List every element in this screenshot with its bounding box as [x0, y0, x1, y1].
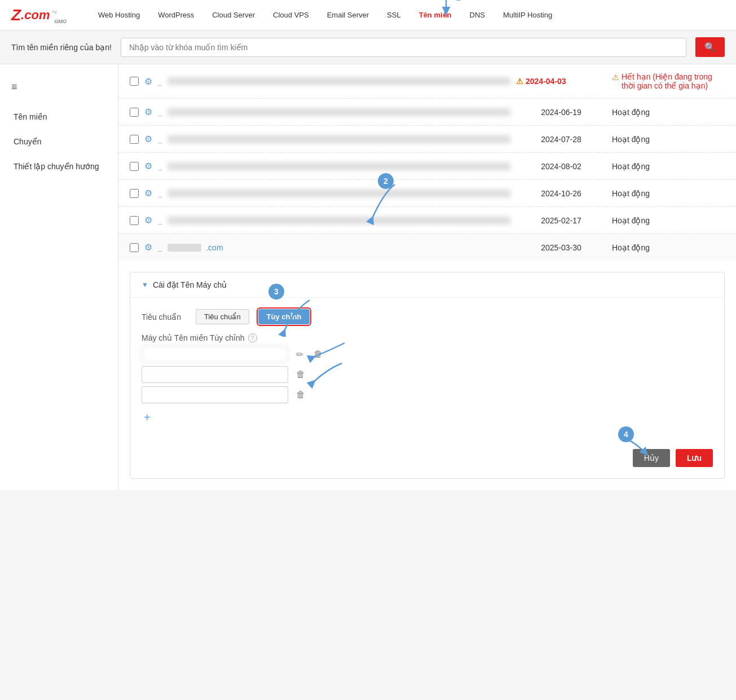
tab-row: Tiêu chuẩn Tiêu chuẩn Tùy chỉnh 3	[142, 309, 713, 324]
delete-icon-1[interactable]: 🗑	[311, 347, 325, 362]
panel-body: Tiêu chuẩn Tiêu chuẩn Tùy chỉnh 3	[130, 298, 724, 438]
domain-status-7: Hoạt động	[612, 243, 725, 252]
cancel-button[interactable]: Hủy	[633, 449, 670, 467]
hamburger-icon[interactable]: ≡	[0, 76, 118, 104]
sidebar: ≡ Tên miền Chuyển Thiết lập chuyển hướng	[0, 64, 118, 490]
domain-name-5	[168, 190, 510, 197]
save-button[interactable]: Lưu	[676, 449, 713, 467]
sidebar-item-thiet-lap[interactable]: Thiết lập chuyển hướng	[0, 154, 118, 179]
annotation-2: 2	[378, 173, 394, 189]
domain-list: ⚙ _ ⚠ 2024-04-03 ⚠ Hết hạn (Hiện đang tr…	[118, 64, 736, 261]
add-ns-button[interactable]: +	[142, 409, 153, 426]
logo-z: Z	[11, 6, 21, 24]
domain-checkbox-1[interactable]	[130, 77, 139, 86]
ns-input-1[interactable]	[142, 346, 288, 363]
domain-name-6	[168, 217, 510, 224]
domain-name-2	[168, 108, 510, 116]
header: Z.com by GMO Web Hosting WordPress Cloud…	[0, 0, 736, 64]
domain-date-2: 2024-06-19	[516, 108, 606, 117]
search-button[interactable]: 🔍	[695, 37, 725, 57]
panel-header: ▼ Cài đặt Tên Máy chủ	[130, 272, 724, 298]
domain-status-6: Hoạt động	[612, 216, 725, 225]
nav-email-server[interactable]: Email Server	[318, 6, 378, 24]
domain-checkbox-4[interactable]	[130, 162, 139, 171]
ns-label-row: Máy chủ Tên miền Tùy chỉnh ?	[142, 333, 713, 342]
annotation-1: 1	[451, 0, 466, 1]
gear-icon-2[interactable]: ⚙	[144, 107, 152, 117]
warning-icon-status-1: ⚠	[612, 73, 619, 82]
gear-icon-5[interactable]: ⚙	[144, 188, 152, 199]
nav-ssl[interactable]: SSL	[378, 6, 410, 24]
domain-name-4	[168, 162, 510, 170]
table-row: ⚙ _ .com 2025-03-30 Hoạt động	[118, 234, 736, 261]
nav-multiip[interactable]: MultiIP Hosting	[494, 6, 561, 24]
domain-checkbox-2[interactable]	[130, 108, 139, 117]
search-icon: 🔍	[704, 42, 716, 52]
logo-gmo: GMO	[54, 19, 67, 24]
domain-checkbox-3[interactable]	[130, 135, 139, 144]
gear-icon-1[interactable]: ⚙	[144, 76, 152, 87]
domain-name-7: .com	[168, 243, 510, 252]
delete-icon-3[interactable]: 🗑	[294, 388, 307, 402]
domain-checkbox-6[interactable]	[130, 216, 139, 225]
help-icon[interactable]: ?	[248, 333, 257, 342]
tab-label: Tiêu chuẩn	[142, 312, 187, 322]
domain-checkbox-5[interactable]	[130, 189, 139, 198]
annotation-4: 4	[618, 426, 634, 442]
search-input[interactable]	[121, 38, 686, 57]
warning-icon-1: ⚠	[516, 77, 523, 86]
nav-dns[interactable]: DNS	[461, 6, 494, 24]
domain-status-1: ⚠ Hết hạn (Hiện đang trong thời gian có …	[612, 72, 725, 90]
table-row: ⚙ _ 2024-07-28 Hoạt động	[118, 126, 736, 153]
ns-row-3: 🗑	[142, 386, 713, 403]
table-row: ⚙ _ 2024-08-02 Hoạt động	[118, 153, 736, 180]
logo-com: .com	[21, 8, 50, 23]
domain-status-2: Hoạt động	[612, 108, 725, 117]
edit-icon-1[interactable]: ✏	[294, 347, 306, 362]
domain-date-3: 2024-07-28	[516, 135, 606, 144]
panel-title: Cài đặt Tên Máy chủ	[153, 280, 227, 289]
ns-row-2: 🗑	[142, 366, 713, 383]
table-row: ⚙ _ ⚠ 2024-04-03 ⚠ Hết hạn (Hiện đang tr…	[118, 64, 736, 99]
domain-status-3: Hoạt động	[612, 135, 725, 144]
delete-icon-2[interactable]: 🗑	[294, 367, 307, 382]
logo: Z.com by GMO	[11, 6, 67, 24]
gear-icon-3[interactable]: ⚙	[144, 134, 152, 144]
ns-label-text: Máy chủ Tên miền Tùy chỉnh	[142, 333, 245, 342]
nav-web-hosting[interactable]: Web Hosting	[89, 6, 149, 24]
nav-cloud-vps[interactable]: Cloud VPS	[264, 6, 318, 24]
nav-wordpress[interactable]: WordPress	[149, 6, 203, 24]
table-row: ⚙ _ 2024-06-19 Hoạt động	[118, 99, 736, 126]
domain-date-4: 2024-08-02	[516, 162, 606, 171]
sidebar-item-ten-mien[interactable]: Tên miền	[0, 104, 118, 129]
table-row: ⚙ _ 2025-02-17 Hoạt động	[118, 207, 736, 234]
search-label: Tìm tên miền riêng của bạn!	[11, 43, 112, 52]
nav-ten-mien[interactable]: Tên miền 1	[410, 6, 461, 24]
domain-status-4: Hoạt động	[612, 162, 725, 171]
tab-tieu-chuan[interactable]: Tiêu chuẩn	[196, 309, 249, 324]
content-area: ⚙ _ ⚠ 2024-04-03 ⚠ Hết hạn (Hiện đang tr…	[118, 64, 736, 490]
gear-icon-6[interactable]: ⚙	[144, 215, 152, 226]
ns-inputs-container: ✏ 🗑 🗑 🗑	[142, 346, 713, 403]
domain-name-1	[168, 77, 510, 85]
logo-by: by	[52, 9, 65, 14]
domain-date-7: 2025-03-30	[516, 243, 606, 252]
nameserver-panel: ▼ Cài đặt Tên Máy chủ Tiêu chuẩn Tiêu ch…	[130, 272, 725, 479]
domain-date-1: ⚠ 2024-04-03	[516, 77, 606, 86]
domain-name-3	[168, 135, 510, 143]
main-layout: ≡ Tên miền Chuyển Thiết lập chuyển hướng…	[0, 64, 736, 490]
nav-cloud-server[interactable]: Cloud Server	[203, 6, 264, 24]
search-bar: Tìm tên miền riêng của bạn! 🔍	[0, 30, 736, 64]
annotation-3: 3	[268, 284, 284, 300]
ns-input-2[interactable]	[142, 366, 288, 383]
domain-checkbox-7[interactable]	[130, 243, 139, 252]
ns-row-1: ✏ 🗑	[142, 346, 713, 363]
domain-status-5: Hoạt động	[612, 189, 725, 198]
gear-icon-4[interactable]: ⚙	[144, 161, 152, 171]
panel-collapse-icon[interactable]: ▼	[142, 281, 148, 289]
ns-input-3[interactable]	[142, 386, 288, 403]
gear-icon-7[interactable]: ⚙	[144, 242, 152, 253]
sidebar-item-chuyen[interactable]: Chuyển	[0, 129, 118, 154]
domain-date-5: 2024-10-26	[516, 189, 606, 198]
tab-tuy-chinh[interactable]: Tùy chỉnh	[258, 309, 310, 324]
